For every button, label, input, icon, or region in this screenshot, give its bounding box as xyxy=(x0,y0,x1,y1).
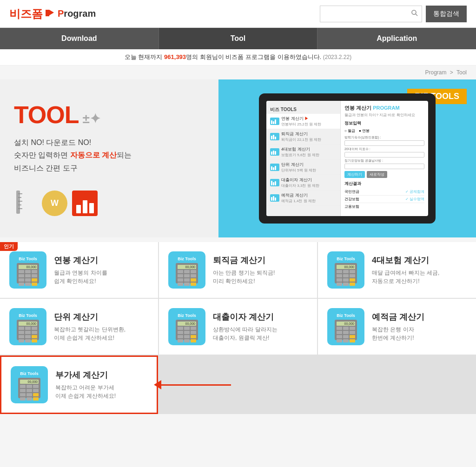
svg-marker-1 xyxy=(49,10,54,15)
biz-tools-icon-label-loan: Biz Tools xyxy=(178,313,196,318)
tool-info-salary: 연봉 계산기 월급과 연봉의 차이를쉽게 확인하세요! xyxy=(54,255,149,285)
search-button[interactable]: 통합검색 xyxy=(426,6,467,22)
tablet-screen: 비즈 TOOLS 연봉 계산기 ▶연봉부터 25,2천 원 제한 xyxy=(266,101,428,216)
tool-card-vat[interactable]: Biz Tools 00,000 부가세 계산기 복잡하고 어려운 부가세이제 … xyxy=(0,355,158,414)
tool-desc-salary: 월급과 연봉의 차이를쉽게 확인하세요! xyxy=(54,269,149,285)
tablet-sidebar: 비즈 TOOLS 연봉 계산기 ▶연봉부터 25,2천 원 제한 xyxy=(266,101,341,216)
breadcrumb-separator: > xyxy=(450,69,453,76)
tool-info-savings: 예적금 계산기 복잡한 은행 이자한번에 계산하기! xyxy=(372,311,467,342)
calc-btn-8 xyxy=(25,278,31,282)
sidebar-label-2: 퇴직금 계산기퇴직금이 22,1천 원 제한 xyxy=(281,131,321,142)
calc-btn-3 xyxy=(32,270,37,273)
tablet-radio-group: ○ 월급 ● 연봉 xyxy=(344,128,424,133)
tablet-sidebar-item-6: 예적금 계산기예적금 1,4천 원 제한 xyxy=(266,191,340,206)
tablet-sidebar-title: 비즈 TOOLS xyxy=(266,105,340,114)
notice-prefix: 오늘 현재까지 xyxy=(125,53,164,60)
banner-title-icons: ±✦ xyxy=(82,111,100,126)
nav-item-tool[interactable]: Tool xyxy=(159,28,318,49)
calc-btn-7 xyxy=(19,278,24,282)
form-label-1: 방학기숙수(상한인원합) : xyxy=(344,135,424,140)
tool-info-insurance: 4대보험 계산기 매달 급여에서 빠지는 세금,자동으로 계산하기! xyxy=(372,255,467,285)
tool-card-severance[interactable]: Biz Tools 00,000 퇴직금 계산기 아는 만큼 챙기는 퇴직금!미… xyxy=(159,242,317,298)
tool-card-insurance[interactable]: Biz Tools 00,000 4대보험 계산기 매달 급여에서 빠지는 세금… xyxy=(318,242,476,298)
tablet-main-content: 연봉 계산기 PROGRAM 월급과 연봉의 차이? 지금 바로 확인하세요 정… xyxy=(341,101,428,216)
tool-info-loan: 대출이자 계산기 상환방식에 따라 달라지는대출이자, 원클릭 계산! xyxy=(213,311,308,342)
arrow-line xyxy=(161,384,231,386)
notice-bar: 오늘 현재까지 961,393명의 회원님이 비즈폼 프로그램을 이용하였습니다… xyxy=(0,49,476,66)
tool-card-salary[interactable]: 인기 Biz Tools 00,000 연봉 계산기 월급과 연봉의 차이 xyxy=(0,242,158,298)
search-icon-button[interactable] xyxy=(411,9,418,19)
tool-icon-savings: Biz Tools 00,000 xyxy=(327,308,364,345)
tool-card-unit[interactable]: Biz Tools 00,000 단위 계산기 복잡하고 헷갈리는 단위변환,이… xyxy=(0,299,158,355)
notice-count: 961,393 xyxy=(164,53,186,60)
ruler-icon xyxy=(14,188,37,216)
breadcrumb: Program > Tool xyxy=(0,66,476,79)
notice-suffix: 명의 회원님이 비즈폼 프로그램을 이용하였습니다. xyxy=(186,53,321,60)
sidebar-label-1: 연봉 계산기 ▶연봉부터 25,2천 원 제한 xyxy=(281,116,321,127)
calc-btn-4 xyxy=(19,274,24,277)
nav-item-application[interactable]: Application xyxy=(317,28,476,49)
tablet-reset-button[interactable]: 새로작성 xyxy=(367,171,387,178)
svg-rect-0 xyxy=(46,10,49,16)
tool-card-loan[interactable]: Biz Tools 00,000 대출이자 계산기 상환방식에 따라 달라지는대… xyxy=(159,299,317,355)
search-input-wrap xyxy=(320,6,422,22)
tablet-main-subtitle: 월급과 연봉의 차이? 지금 바로 확인하세요 xyxy=(344,112,424,118)
tool-desc-savings: 복잡한 은행 이자한번에 계산하기! xyxy=(372,325,467,342)
biz-tools-icon-label-savings: Biz Tools xyxy=(337,313,355,318)
calc-icon-5 xyxy=(270,179,279,186)
calc-btn-10 xyxy=(19,283,24,286)
tablet-calc-button[interactable]: 계산하기 xyxy=(344,171,365,178)
banner-left: TOOL ±✦ 설치 NO! 다운로드 NO! 숫자만 입력하면 자동으로 계산… xyxy=(0,79,218,237)
tablet-sidebar-item-1: 연봉 계산기 ▶연봉부터 25,2천 원 제한 xyxy=(266,114,340,129)
sidebar-label-4: 단위 계산기단위부터 5백 원 제한 xyxy=(281,162,316,173)
tool-icon-loan: Biz Tools 00,000 xyxy=(168,308,205,345)
result-check-1: ✓ 공제합계 xyxy=(405,189,424,194)
tool-icon-unit: Biz Tools 00,000 xyxy=(9,308,46,345)
biz-tools-icon-label-vat: Biz Tools xyxy=(20,371,38,376)
calc-btn-12 xyxy=(32,283,37,286)
tool-icon-insurance: Biz Tools 00,000 xyxy=(327,251,364,289)
tablet-form-row-2: 20대이하 지표수 : xyxy=(344,147,424,158)
tool-card-savings[interactable]: Biz Tools 00,000 예적금 계산기 복잡한 은행 이자한번에 계산… xyxy=(318,299,476,355)
search-area: 통합검색 xyxy=(320,6,467,22)
result-label-1: 국민연금 xyxy=(344,189,359,194)
chart-icon xyxy=(72,191,98,216)
tablet-mockup: 비즈 TOOLS 연봉 계산기 ▶연봉부터 25,2천 원 제한 xyxy=(259,93,436,224)
tool-desc-severance: 아는 만큼 챙기는 퇴직금!미리 확인하세요! xyxy=(213,269,308,285)
breadcrumb-current: Tool xyxy=(456,69,467,76)
tablet-result-row-3: 고용보험 xyxy=(344,203,424,210)
form-label-3: 징기요양보험 공결납사방 : xyxy=(344,158,424,163)
calculator-icon-salary: 00,000 xyxy=(17,263,39,283)
nav-bar: Download Tool Application xyxy=(0,28,476,49)
calc-btn-11 xyxy=(25,283,31,286)
tool-desc-loan: 상환방식에 따라 달라지는대출이자, 원클릭 계산! xyxy=(213,325,308,342)
banner-icons: W xyxy=(14,188,205,216)
calc-screen-savings: 00,000 xyxy=(337,322,355,326)
sidebar-label-6: 예적금 계산기예적금 1,4천 원 제한 xyxy=(281,192,316,204)
tool-title-savings: 예적금 계산기 xyxy=(372,311,467,322)
tool-title-unit: 단위 계산기 xyxy=(54,311,149,322)
biz-tools-icon-label-insurance: Biz Tools xyxy=(337,257,355,261)
radio-label-annual: ● 연봉 xyxy=(359,128,370,133)
calc-screen-vat: 00,000 xyxy=(20,380,39,384)
breadcrumb-home[interactable]: Program xyxy=(425,69,446,76)
banner-desc-line1: 설치 NO! 다운로드 NO! xyxy=(14,138,91,146)
tablet-sidebar-item-5: 대출이자 계산기대출이자 3,3천 원 제한 xyxy=(266,175,340,191)
radio-label-salary: ○ 월급 xyxy=(344,128,355,133)
tablet-result-title: 계산결과 xyxy=(344,181,424,187)
tool-title-salary: 연봉 계산기 xyxy=(54,255,149,266)
arrow-indicator xyxy=(154,380,231,389)
form-field-1 xyxy=(344,140,424,146)
result-label-2: 건강보험 xyxy=(344,197,359,202)
logo-program-text: Program xyxy=(58,8,96,19)
nav-item-download[interactable]: Download xyxy=(0,28,159,49)
calculator-icon-severance: 00,000 xyxy=(176,263,198,283)
tablet-sidebar-item-3: 4대보험 계산기보험료가 5,6천 원 제한 xyxy=(266,145,340,160)
search-input[interactable] xyxy=(320,6,422,22)
tablet-form-row-3: 징기요양보험 공결납사방 : xyxy=(344,158,424,169)
tool-info-vat: 부가세 계산기 복잡하고 어려운 부가세이제 손쉽게 계산하세요! xyxy=(55,369,147,400)
form-field-3 xyxy=(344,164,424,169)
tool-icon-severance: Biz Tools 00,000 xyxy=(168,251,205,289)
arrow-head-icon xyxy=(154,380,161,389)
tool-desc-vat: 복잡하고 어려운 부가세이제 손쉽게 계산하세요! xyxy=(55,383,147,400)
